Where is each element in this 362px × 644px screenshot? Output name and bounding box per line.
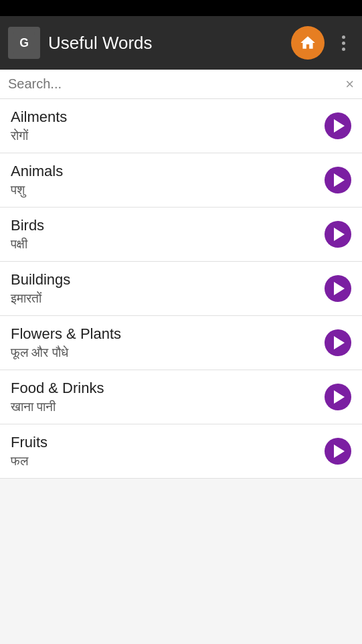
play-icon-1 [325,112,351,139]
list-item-subtitle-2: पशु [11,183,63,197]
list-item[interactable]: Fruits फल [0,424,362,479]
list-item-title-6: Food & Drinks [11,380,104,397]
list-item[interactable]: Birds पक्षी [0,208,362,262]
app-bar: G Useful Words [0,16,362,70]
list-item[interactable]: Food & Drinks खाना पानी [0,370,362,424]
home-button[interactable] [291,26,325,60]
list-item-text-7: Fruits फल [11,434,48,469]
list-item[interactable]: Animals पशु [0,153,362,208]
list-item-text-2: Animals पशु [11,163,63,197]
play-button-5[interactable] [323,328,353,357]
list-item-title-4: Buildings [11,271,70,289]
list-item-subtitle-1: रोगों [11,129,67,143]
play-button-1[interactable] [323,111,353,141]
play-button-2[interactable] [323,165,353,195]
list-item-title-1: Ailments [11,108,67,126]
app-title: Useful Words [48,33,283,54]
svg-text:G: G [19,36,29,50]
play-icon-4 [325,275,351,302]
play-icon-3 [325,221,351,248]
list-item[interactable]: Buildings इमारतों [0,262,362,316]
list-item-text-5: Flowers & Plants फूल और पौधे [11,325,121,360]
more-icon [342,35,345,51]
list-item[interactable]: Flowers & Plants फूल और पौधे [0,316,362,370]
more-options-button[interactable] [333,32,354,54]
home-icon [299,34,316,52]
app-logo-icon: G [13,32,35,54]
list-item-text-4: Buildings इमारतों [11,271,70,306]
status-bar [0,0,362,16]
list-item-title-2: Animals [11,163,63,180]
list-item-text-1: Ailments रोगों [11,108,67,143]
play-button-3[interactable] [323,220,353,249]
list-item[interactable]: Ailments रोगों [0,99,362,153]
list-item-title-3: Birds [11,217,44,234]
play-icon-2 [325,167,351,193]
list-item-text-6: Food & Drinks खाना पानी [11,380,104,414]
category-list: Ailments रोगों Animals पशु Birds पक्षी [0,99,362,479]
play-icon-6 [325,384,351,410]
play-button-4[interactable] [323,274,353,303]
list-item-subtitle-7: फल [11,454,48,469]
play-icon-5 [325,329,351,356]
list-item-subtitle-6: खाना पानी [11,400,104,414]
list-item-title-7: Fruits [11,434,48,451]
list-item-subtitle-3: पक्षी [11,237,44,252]
list-item-subtitle-5: फूल और पौधे [11,345,121,360]
app-logo: G [8,27,40,59]
list-item-text-3: Birds पक्षी [11,217,44,252]
play-button-7[interactable] [323,436,353,466]
play-icon-7 [325,438,351,465]
list-item-title-5: Flowers & Plants [11,325,121,343]
search-clear-button[interactable]: × [345,77,354,92]
play-button-6[interactable] [323,382,353,412]
search-bar: × [0,70,362,99]
list-item-subtitle-4: इमारतों [11,291,70,306]
search-input[interactable] [8,76,345,92]
